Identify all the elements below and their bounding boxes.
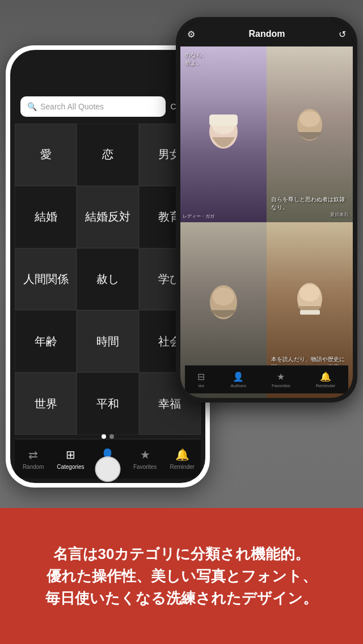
favorites-icon: ★ [140,448,150,461]
categories-icon-black: ⊟ [197,371,205,382]
category-item[interactable]: 結婚 [15,186,77,248]
category-item[interactable]: 恋 [77,124,138,186]
svg-point-4 [299,111,320,127]
tab-label-ies: ies [199,383,204,388]
quote-card-2[interactable]: 自らを尊しと思わぬ者は奴隷なり。 夏目漱石 [267,46,353,222]
tab-authors-black[interactable]: 👤 Authors [230,371,246,388]
portrait-svg-3 [205,281,242,326]
face-area-4 [267,225,353,375]
gear-icon[interactable]: ⚙ [187,29,195,40]
authors-icon-black: 👤 [233,371,244,382]
svg-rect-9 [300,310,320,315]
bottom-section: 名言は30カテゴリに分類され機能的。 優れた操作性、美しい写真とフォント、 毎日… [0,508,363,644]
category-label: 時間 [96,334,119,349]
card-text-1: のなら、拾よ。 [185,51,262,67]
category-label: 世界 [35,396,57,412]
tab-random-label: Random [23,464,44,470]
quote-card-1[interactable]: のなら、拾よ。 レディー・ガガ [180,46,267,222]
category-item[interactable]: 人間関係 [15,248,77,311]
tab-authors-black-label: Authors [230,383,246,388]
category-label: 恋 [102,147,113,162]
reminder-icon-black: 🔔 [320,371,331,382]
search-placeholder: Search All Quotes [40,102,104,111]
tab-favorites[interactable]: ★ Favorites [126,448,164,470]
random-icon: ⇄ [28,448,38,461]
portrait-svg-4 [292,279,328,321]
tab-random[interactable]: ⇄ Random [15,448,52,470]
tab-reminder[interactable]: 🔔 Reminder [163,448,201,470]
face-area-3 [180,225,267,381]
categories-grid: 愛 恋 男女 結婚 結婚反対 教育 人間関係 [15,124,201,435]
category-item[interactable]: 愛 [15,124,77,186]
tab-categories-label: Categories [57,464,84,470]
search-input-container[interactable]: 🔍 Search All Quotes [20,96,166,117]
svg-point-8 [299,285,320,302]
category-label: 結婚反対 [85,209,130,224]
card-author-2: 夏目漱石 [271,211,348,218]
card-author-1: レディー・ガガ [183,210,264,220]
tab-categories-black[interactable]: ⊟ ies [197,371,205,388]
refresh-icon[interactable]: ↺ [339,29,346,40]
search-bar: 🔍 Search All Quotes Cancel [20,95,195,118]
phone-black: ⚙ Random ↺ のなら、拾よ。 レディー・ガガ [176,17,357,402]
portrait-svg-2 [292,105,328,150]
random-header: ⚙ Random ↺ [180,22,353,46]
random-title: Random [195,29,339,39]
dot-active [102,434,106,439]
category-label: 結婚 [35,209,57,224]
category-item[interactable]: 平和 [77,372,138,435]
bottom-line1: 名言は30カテゴリに分類され機能的。 [45,543,318,565]
favorites-icon-black: ★ [277,371,285,382]
bottom-line2: 優れた操作性、美しい写真とフォント、 [45,565,318,587]
category-item[interactable]: 赦し [77,248,138,311]
phone-black-inner: ⚙ Random ↺ のなら、拾よ。 レディー・ガガ [180,22,353,398]
category-item[interactable]: 時間 [77,310,138,372]
quotes-grid: のなら、拾よ。 レディー・ガガ 自らを尊しと思わぬ者は奴隷なり。 [180,46,353,398]
svg-point-6 [213,287,234,306]
category-label: 平和 [96,396,119,412]
face-area-2 [267,49,353,205]
category-label: 幸福 [158,396,181,412]
category-label: 人間関係 [23,272,69,287]
portrait-svg-1 [204,112,243,163]
dot-inactive [109,434,114,439]
tab-favorites-black-label: Favorites [272,383,290,388]
tab-favorites-label: Favorites [133,464,157,470]
card-text-2: 自らを尊しと思わぬ者は奴隷なり。 夏目漱石 [271,196,348,218]
tab-bar-black: ⊟ ies 👤 Authors ★ Favorites 🔔 Reminder [185,365,348,393]
category-label: 赦し [96,272,119,287]
page-dots [10,434,205,439]
categories-icon: ⊞ [66,448,75,461]
search-icon: 🔍 [27,102,37,111]
bottom-text: 名言は30カテゴリに分類され機能的。 優れた操作性、美しい写真とフォント、 毎日… [45,543,318,609]
category-label: 年齢 [35,334,57,349]
category-label: 愛 [40,147,52,162]
tab-categories[interactable]: ⊞ Categories [52,448,90,470]
category-item[interactable]: 年齢 [15,310,77,372]
bottom-line3: 毎日使いたくなる洗練されたデザイン。 [45,587,318,609]
category-item[interactable]: 世界 [15,372,77,435]
tab-reminder-black-label: Reminder [316,383,336,388]
tab-favorites-black[interactable]: ★ Favorites [272,371,290,388]
tab-reminder-label: Reminder [170,464,194,470]
home-button[interactable] [95,456,121,482]
white-screen: 🔍 Search All Quotes Cancel 愛 恋 男女 結婚 [15,90,201,435]
svg-rect-2 [209,115,238,126]
reminder-icon: 🔔 [175,448,189,461]
face-area-1 [180,52,267,222]
category-item[interactable]: 結婚反対 [77,186,138,248]
tab-reminder-black[interactable]: 🔔 Reminder [316,371,336,388]
